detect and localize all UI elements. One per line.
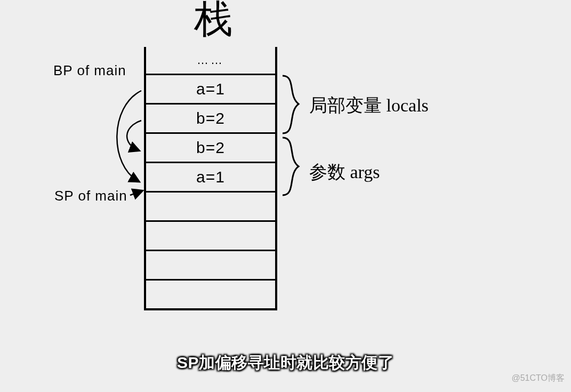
- stack-cell-empty: [146, 220, 275, 250]
- stack-title: 栈: [181, 0, 245, 38]
- bp-pointer-label: BP of main: [53, 62, 126, 79]
- brace-args-icon: [283, 138, 299, 195]
- stack-cell: b=2: [146, 103, 275, 132]
- stack-cell-top: ……: [146, 47, 275, 74]
- copy-arrow-a-icon: [117, 91, 141, 181]
- stack-column: …… a=1 b=2 b=2 a=1: [144, 47, 277, 310]
- copy-arrow-b-icon: [127, 121, 141, 150]
- brace-locals-icon: [283, 76, 299, 133]
- stack-cell: a=1: [146, 162, 275, 191]
- stack-cell: b=2: [146, 132, 275, 162]
- watermark-text: @51CTO博客: [511, 373, 565, 384]
- stack-cell-empty: [146, 279, 275, 308]
- stack-cell: a=1: [146, 74, 275, 103]
- video-subtitle: SP加偏移寻址时就比较方便了: [177, 352, 394, 374]
- diagram-stage: 栈 …… a=1 b=2 b=2 a=1 BP of main SP of ma…: [0, 0, 571, 392]
- stack-cell-empty: [146, 191, 275, 220]
- sp-arrow-icon: [130, 191, 142, 195]
- subtitle-container: SP加偏移寻址时就比较方便了: [0, 352, 571, 374]
- sp-pointer-label: SP of main: [54, 188, 127, 204]
- stack-cell-empty: [146, 250, 275, 279]
- locals-group-label: 局部变量 locals: [309, 93, 429, 118]
- args-group-label: 参数 args: [309, 160, 380, 185]
